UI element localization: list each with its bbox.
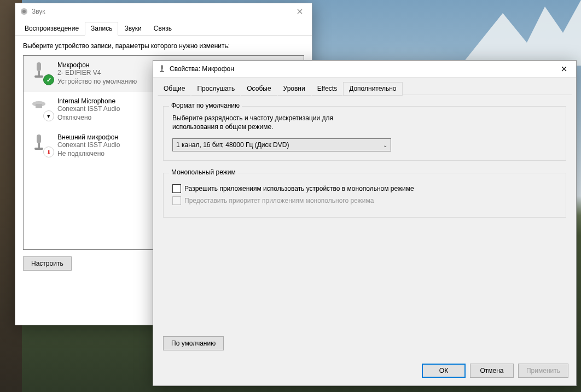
instruction-text: Выберите устройство записи, параметры ко… [23,42,304,50]
checkbox-label: Предоставить приоритет приложениям моноп… [184,197,374,204]
svg-rect-7 [37,134,41,143]
svg-rect-8 [38,143,40,148]
svg-rect-6 [36,104,42,108]
format-desc: Выберите разрядность и частоту дискретиз… [172,114,557,122]
configure-button[interactable]: Настроить [23,256,72,271]
tab-communications[interactable]: Связь [148,22,178,36]
tab-levels[interactable]: Уровни [277,82,311,96]
properties-window: Свойства: Микрофон Общие Прослушать Особ… [153,60,577,386]
tab-advanced[interactable]: Дополнительно [343,82,402,96]
device-driver: Conexant ISST Audio [57,105,120,114]
checkbox-icon[interactable] [172,184,181,193]
checkbox-row-exclusive-priority: Предоставить приоритет приложениям моноп… [172,196,557,205]
speaker-icon [20,7,28,16]
device-status: Устройство по умолчанию [57,78,137,86]
chevron-down-icon: ⌄ [383,142,387,148]
properties-window-title: Свойства: Микрофон [170,65,234,73]
tab-general[interactable]: Общие [158,82,191,96]
svg-rect-12 [160,71,164,72]
checkbox-row-allow-exclusive[interactable]: Разрешить приложениям использовать устро… [172,184,557,193]
close-icon[interactable] [551,61,576,77]
device-driver: Conexant ISST Audio [57,141,120,150]
device-driver: 2- EDIFIER V4 [57,69,137,78]
svg-rect-9 [34,148,43,150]
close-icon[interactable] [287,4,312,20]
cancel-button[interactable]: Отмена [470,364,514,378]
microphone-icon [30,97,53,120]
svg-rect-11 [161,69,162,71]
svg-rect-2 [37,62,41,71]
tab-custom[interactable]: Особые [241,82,277,96]
device-status: Отключено [57,114,120,122]
microphone-icon [30,133,53,156]
tab-listen[interactable]: Прослушать [191,82,241,96]
checkbox-label: Разрешить приложениям использовать устро… [184,185,414,192]
tab-recording[interactable]: Запись [85,22,118,36]
group-exclusive-mode: Монопольный режим Разрешить приложениям … [163,173,566,218]
format-selected-value: 1 канал, 16 бит, 48000 Гц (Диск DVD) [176,141,289,149]
checkbox-icon [172,196,181,205]
dialog-button-row: ОК Отмена Применить [422,364,568,378]
sound-window-title: Звук [32,8,45,15]
sound-titlebar[interactable]: Звук [15,3,312,20]
svg-point-1 [22,10,26,13]
group-title: Формат по умолчанию [169,102,242,109]
tab-effects[interactable]: Effects [311,82,343,96]
microphone-icon [158,65,166,73]
properties-tabstrip: Общие Прослушать Особые Уровни Effects Д… [153,78,576,95]
sound-tabstrip: Воспроизведение Запись Звуки Связь [15,20,312,36]
device-status: Не подключено [57,150,120,159]
format-select[interactable]: 1 канал, 16 бит, 48000 Гц (Диск DVD) ⌄ [172,138,391,151]
restore-defaults-button[interactable]: По умолчанию [163,336,224,350]
properties-titlebar[interactable]: Свойства: Микрофон [153,61,576,78]
group-title: Монопольный режим [169,168,238,176]
microphone-icon [30,61,53,84]
svg-rect-3 [38,71,40,75]
ok-button[interactable]: ОК [422,364,466,378]
unplugged-icon [43,147,54,157]
svg-rect-10 [161,65,163,69]
down-arrow-icon [43,110,54,121]
device-name: Internal Microphone [57,97,120,105]
group-default-format: Формат по умолчанию Выберите разрядность… [163,106,566,161]
format-desc: использования в общем режиме. [172,123,557,131]
check-icon [43,74,54,85]
device-name: Внешний микрофон [57,133,120,141]
tab-playback[interactable]: Воспроизведение [19,22,85,36]
device-name: Микрофон [57,61,137,69]
apply-button[interactable]: Применить [518,364,568,378]
svg-rect-4 [34,75,43,78]
tab-sounds[interactable]: Звуки [118,22,147,36]
